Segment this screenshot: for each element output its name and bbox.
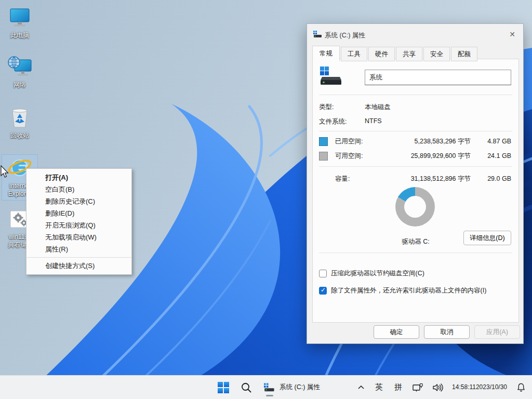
clock[interactable]: 14:58:11 2023/10/30 [449,377,510,398]
separator [319,166,512,167]
icon-label: 此电脑 [2,32,37,39]
desktop: 此电脑 网络 回收站 Internet [0,0,532,399]
menu-item-open[interactable]: 打开(A) [26,171,131,183]
mouse-cursor [0,165,9,179]
tab-sharing[interactable]: 共享 [396,47,422,61]
compress-checkbox-row[interactable]: 压缩此驱动器以节约磁盘空间(C) [319,269,512,278]
context-menu: 打开(A) 空白页(B) 删除历史记录(C) 删除IE(D) 开启无痕浏览(Q)… [26,168,132,275]
tray-overflow-chevron[interactable] [354,377,368,398]
taskbar: 系统 (C:) 属性 英 拼 [0,375,532,399]
menu-item-blank-page[interactable]: 空白页(B) [26,183,131,195]
used-space-swatch [319,137,328,146]
used-space-bytes: 5,238,583,296 字节 [380,137,478,146]
details-button[interactable]: 详细信息(D) [463,231,511,245]
dialog-title: 系统 (C:) 属性 [325,31,365,40]
capacity-bytes: 31,138,512,896 字节 [380,175,478,183]
taskbar-center: 系统 (C:) 属性 [212,376,326,399]
used-space-row: 已用空间: 5,238,583,296 字节 4.87 GB [319,136,511,147]
menu-item-delete-ie[interactable]: 删除IE(D) [26,207,131,219]
close-icon[interactable]: ✕ [506,28,519,41]
running-indicator [266,395,273,396]
separator [319,131,512,131]
clock-date: 2023/10/30 [476,383,507,392]
volume-name-input[interactable] [365,70,511,85]
checkbox-unchecked[interactable] [319,270,327,277]
free-space-bytes: 25,899,929,600 字节 [380,152,478,161]
taskbar-tray: 英 拼 14:58:11 2023/10/30 [354,376,529,399]
drive-icon [313,31,323,38]
menu-item-delete-history[interactable]: 删除历史记录(C) [26,195,131,207]
drive-properties-dialog: 系统 (C:) 属性 ✕ 常规 工具 硬件 共享 安全 配额 类型: 本地磁盘 … [307,23,524,344]
filesystem-label: 文件系统: [319,117,347,126]
separator [319,252,512,253]
volume-tray-button[interactable] [429,377,446,398]
menu-item-properties[interactable]: 属性(R) [26,243,131,255]
icon-label: 网络 [2,81,37,89]
capacity-label: 容量: [335,175,380,183]
capacity-size: 29.0 GB [478,175,511,182]
disk-usage-donut-chart [395,187,435,227]
general-tab-panel: 类型: 本地磁盘 文件系统: NTFS 已用空间: 5,238,583,296 … [312,59,519,323]
menu-item-create-shortcut[interactable]: 创建快捷方式(S) [26,260,131,272]
drive-icon-large [319,66,343,86]
tab-tools[interactable]: 工具 [341,47,367,61]
tab-hardware[interactable]: 硬件 [368,47,395,61]
compress-checkbox-label: 压缩此驱动器以节约磁盘空间(C) [331,269,424,278]
type-value: 本地磁盘 [365,103,391,112]
free-space-size: 24.1 GB [478,152,511,159]
type-label: 类型: [319,103,334,112]
separator [319,95,512,95]
tab-general[interactable]: 常规 [312,46,340,61]
notification-button[interactable] [513,377,529,398]
recycle-bin-icon [7,105,32,130]
donut-hole [404,196,426,218]
capacity-row: 容量: 31,138,512,896 字节 29.0 GB [319,174,511,184]
desktop-icon-this-pc[interactable]: 此电脑 [2,5,37,39]
windows-logo-icon [217,381,230,394]
used-space-label: 已用空间: [335,137,380,146]
tab-quota[interactable]: 配额 [451,47,477,61]
ime-language-indicator[interactable]: 英 [371,377,387,398]
network-tray-button[interactable] [409,377,426,398]
speaker-icon [432,382,443,393]
free-space-swatch [319,152,328,161]
ethernet-icon [412,382,423,393]
apply-button[interactable]: 应用(A) [474,325,520,339]
menu-item-inprivate[interactable]: 开启无痕浏览(Q) [26,219,131,231]
this-pc-icon [7,5,32,30]
taskbar-app-drive-properties[interactable]: 系统 (C:) 属性 [258,377,326,398]
ime-pinyin-indicator[interactable]: 拼 [390,377,406,398]
search-icon [241,382,252,393]
desktop-icon-network[interactable]: 网络 [2,55,37,89]
index-checkbox-label: 除了文件属性外，还允许索引此驱动器上文件的内容(I) [331,286,486,295]
desktop-icon-recycle-bin[interactable]: 回收站 [2,105,37,140]
cancel-button[interactable]: 取消 [424,325,470,339]
used-space-size: 4.87 GB [478,138,511,145]
icon-label: 回收站 [2,132,37,140]
taskbar-app-label: 系统 (C:) 属性 [280,383,320,392]
free-space-row: 可用空间: 25,899,929,600 字节 24.1 GB [319,151,511,161]
tab-security[interactable]: 安全 [423,47,450,61]
bell-icon [516,382,526,393]
drive-app-icon [264,383,275,392]
index-checkbox-row[interactable]: 除了文件属性外，还允许索引此驱动器上文件的内容(I) [319,286,512,295]
checkbox-checked[interactable] [319,287,327,295]
menu-separator [27,257,131,258]
search-button[interactable] [235,377,258,398]
free-space-label: 可用空间: [335,152,380,161]
network-icon [7,55,32,79]
filesystem-value: NTFS [365,117,382,125]
clock-time: 14:58:11 [452,383,476,392]
menu-item-no-addons[interactable]: 无加载项启动(W) [26,231,131,243]
ok-button[interactable]: 确定 [374,325,419,339]
start-button[interactable] [212,377,235,398]
dialog-titlebar[interactable]: 系统 (C:) 属性 ✕ [307,24,523,45]
dialog-footer: 确定 取消 应用(A) [374,325,520,339]
chevron-up-icon [357,384,365,391]
dialog-tabs: 常规 工具 硬件 共享 安全 配额 [312,47,478,61]
